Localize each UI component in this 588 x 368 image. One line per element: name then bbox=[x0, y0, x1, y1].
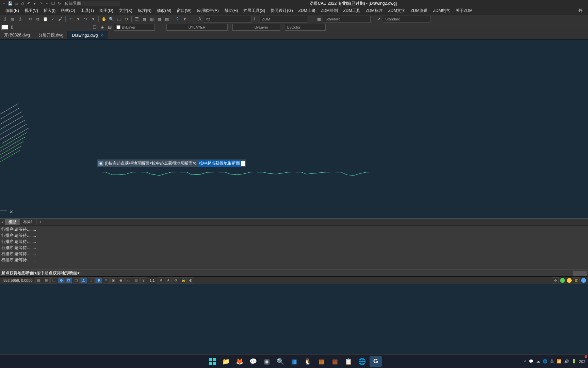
layer-dropdown[interactable]: ByLayer bbox=[114, 24, 155, 31]
lineweight-dropdown[interactable]: ByLayer bbox=[232, 24, 280, 31]
textstyle-dropdown[interactable]: hz bbox=[204, 16, 251, 22]
tablestyle-dropdown[interactable]: Standard bbox=[323, 16, 371, 22]
command-history[interactable]: 行排序,请等待........ 行排序,请等待........ 行排序,请等待.… bbox=[0, 225, 588, 270]
menu-view[interactable]: 视图(V) bbox=[22, 7, 41, 14]
layer-mgr-icon[interactable]: ❒ bbox=[92, 24, 98, 31]
tray-net-icon[interactable]: 🌐 bbox=[543, 359, 548, 364]
cycle-toggle[interactable]: ◉ bbox=[118, 277, 125, 283]
menu-tools[interactable]: 工具(T) bbox=[78, 7, 97, 14]
table-icon[interactable]: ▤ bbox=[163, 16, 170, 22]
menu-format[interactable]: 格式(O) bbox=[58, 7, 78, 14]
tray-chevron-icon[interactable]: ^ bbox=[524, 359, 526, 364]
search-icon[interactable]: 🔍 bbox=[274, 356, 287, 367]
help-icon[interactable]: ? bbox=[174, 16, 181, 22]
paste-icon[interactable]: 📋 bbox=[42, 16, 49, 22]
osnap-toggle[interactable]: □ bbox=[65, 277, 72, 283]
dsm-icon[interactable]: ▦ bbox=[141, 16, 148, 22]
props-icon[interactable]: ☰ bbox=[133, 16, 140, 22]
tray-clock[interactable]: 202 bbox=[579, 359, 585, 364]
annovis-toggle[interactable]: ⚲ bbox=[158, 277, 164, 283]
mleader-dropdown[interactable]: Standard bbox=[383, 16, 430, 22]
model-toggle[interactable]: ▤ bbox=[133, 277, 140, 283]
tray-battery-icon[interactable]: 🔋 bbox=[572, 359, 576, 364]
command-input-row[interactable]: 起点获得地形断面<按中起点获得地形断面>: bbox=[0, 270, 588, 276]
autoscale-toggle[interactable]: A bbox=[165, 277, 172, 283]
annot-dot-yellow[interactable] bbox=[567, 278, 572, 283]
tray-cloud-icon[interactable]: ☁ bbox=[536, 359, 540, 364]
arrow-down-icon[interactable]: ▾ bbox=[44, 1, 50, 6]
lwt-toggle[interactable]: ≡ bbox=[103, 277, 110, 283]
wechat-icon[interactable]: 💬 bbox=[247, 356, 259, 367]
command-input-text[interactable]: 起点获得地形断面<按中起点获得地形断面>: bbox=[1, 270, 82, 276]
layers-icon[interactable]: ❒ bbox=[50, 1, 56, 6]
menu-insert[interactable]: 插入(I) bbox=[41, 7, 58, 14]
menu-zdm-dim[interactable]: ZDM标注 bbox=[363, 7, 386, 14]
zoom-prev-icon[interactable]: ⟲ bbox=[123, 16, 130, 22]
iso-toggle[interactable]: ◫ bbox=[573, 277, 580, 283]
close-tab-icon[interactable]: × bbox=[100, 33, 103, 38]
brush-icon[interactable]: 🖌 bbox=[57, 16, 64, 22]
menu-zdm-civil[interactable]: ZDM土建 bbox=[296, 7, 318, 14]
app-icon-2[interactable]: ▤ bbox=[329, 356, 341, 367]
dyn-toggle[interactable]: ⊕ bbox=[95, 277, 102, 283]
undo-dd-icon[interactable]: ▾ bbox=[75, 16, 82, 22]
store-icon[interactable]: ▦ bbox=[288, 356, 300, 367]
model-tab[interactable]: 模型 bbox=[5, 219, 20, 225]
qq-icon[interactable]: 🐧 bbox=[301, 356, 314, 367]
annoscale-icon[interactable]: ⚲ bbox=[140, 277, 147, 283]
mleader-icon[interactable]: ↗ bbox=[375, 16, 382, 22]
arrow-down-icon[interactable]: ▾ bbox=[32, 1, 37, 6]
file-tab-2[interactable]: Drawing2.dwg× bbox=[68, 31, 108, 39]
color-swatch[interactable] bbox=[1, 25, 8, 30]
help-dd-icon[interactable]: ▾ bbox=[181, 16, 188, 22]
tab-nav-first-icon[interactable]: ◂ bbox=[0, 219, 5, 225]
file-tab-0[interactable]: 开挖0326.dwg bbox=[0, 31, 34, 39]
cut-icon[interactable]: ✂ bbox=[27, 16, 34, 22]
cmd-scroll-icon[interactable] bbox=[573, 271, 587, 276]
open-icon[interactable]: ▭ bbox=[14, 1, 19, 6]
menu-app[interactable]: 应用软件(A) bbox=[194, 7, 222, 14]
layer-iso-icon[interactable]: ◈ bbox=[99, 24, 106, 31]
app-icon-1[interactable]: ▦ bbox=[315, 356, 327, 367]
lock-toggle[interactable]: 🔒 bbox=[180, 277, 187, 283]
refresh-icon[interactable]: ↻ bbox=[56, 1, 62, 6]
menu-external[interactable]: 外 bbox=[576, 7, 585, 14]
file-tab-1[interactable]: 分层开挖.dwg bbox=[34, 31, 68, 39]
menu-dim[interactable]: 标注(N) bbox=[135, 7, 154, 14]
notes-icon[interactable]: 📋 bbox=[342, 356, 355, 367]
anno-scale[interactable]: 1:1 bbox=[148, 278, 157, 282]
undo-icon[interactable]: ↶ bbox=[26, 1, 31, 6]
print-icon[interactable]: ⎙ bbox=[20, 1, 25, 6]
dimstyle-dropdown[interactable]: ZDM bbox=[260, 16, 307, 22]
menu-zdm-tools[interactable]: ZDM工具 bbox=[341, 7, 363, 14]
undo-icon[interactable]: ↶ bbox=[67, 16, 74, 22]
layer-state-icon[interactable]: ▤ bbox=[107, 24, 113, 31]
tray-volume-icon[interactable]: 🔊 bbox=[564, 359, 569, 364]
layout1-tab[interactable]: 布局1 bbox=[20, 219, 36, 225]
plot-icon[interactable]: ⎙ bbox=[16, 16, 23, 22]
save-icon[interactable]: 💾 bbox=[7, 1, 13, 6]
print-icon[interactable]: ⎙ bbox=[1, 16, 8, 22]
gear-icon[interactable]: ⚙ bbox=[552, 277, 559, 283]
qp-toggle[interactable]: ▭ bbox=[125, 277, 132, 283]
workspace-dropdown[interactable] bbox=[82, 1, 120, 6]
gcad-icon[interactable]: G bbox=[370, 356, 382, 367]
tablestyle-icon[interactable]: ▦ bbox=[315, 16, 322, 22]
3dosnap-toggle[interactable]: ◫ bbox=[73, 277, 80, 283]
add-layout-icon[interactable]: + bbox=[36, 219, 44, 225]
menu-coop[interactable]: 协同设计(G) bbox=[268, 7, 295, 14]
tool-pal-icon[interactable]: ▥ bbox=[148, 16, 155, 22]
workspace-selector[interactable]: 传统界面 bbox=[65, 1, 120, 6]
menu-text[interactable]: 文字(X) bbox=[116, 7, 135, 14]
menu-edit[interactable]: 编辑(E) bbox=[3, 7, 22, 14]
tray-wifi-icon[interactable]: 📶 bbox=[557, 359, 561, 364]
linetype-dropdown[interactable]: BYLAYER bbox=[166, 24, 228, 31]
calc-icon[interactable]: ▦ bbox=[156, 16, 163, 22]
start-button[interactable] bbox=[206, 356, 218, 367]
menu-window[interactable]: 窗口(W) bbox=[174, 7, 194, 14]
menu-zdm-text[interactable]: ZDM文字 bbox=[386, 7, 408, 14]
menu-zdm-elec[interactable]: ZDM电气 bbox=[430, 7, 453, 14]
print-preview-icon[interactable]: ▤ bbox=[9, 16, 16, 22]
menu-modify[interactable]: 修改(M) bbox=[154, 7, 174, 14]
coordinates[interactable]: 852.5656, 0.0000 bbox=[1, 278, 35, 282]
